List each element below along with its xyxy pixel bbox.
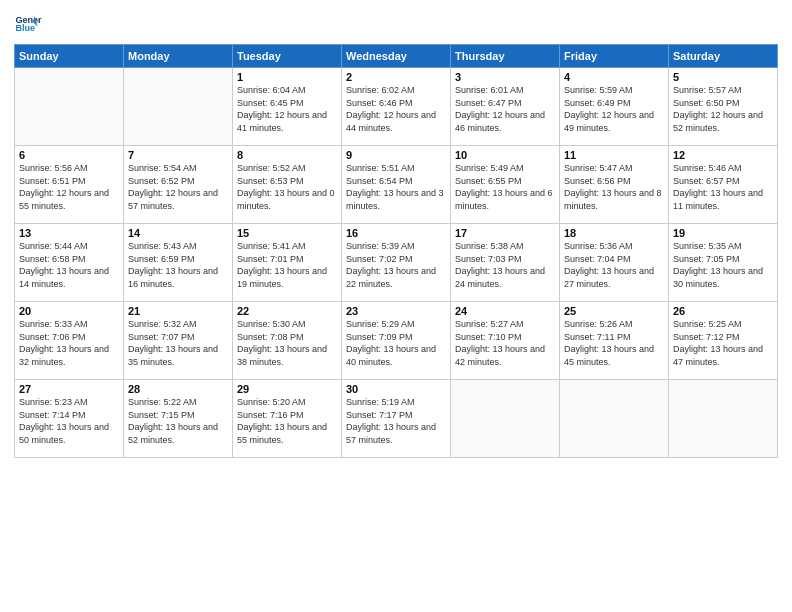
calendar-cell: 9Sunrise: 5:51 AMSunset: 6:54 PMDaylight… [342,146,451,224]
day-number: 21 [128,305,228,317]
day-number: 3 [455,71,555,83]
day-info: Sunrise: 6:01 AMSunset: 6:47 PMDaylight:… [455,84,555,134]
weekday-header-wednesday: Wednesday [342,45,451,68]
calendar-cell: 6Sunrise: 5:56 AMSunset: 6:51 PMDaylight… [15,146,124,224]
day-info: Sunrise: 5:57 AMSunset: 6:50 PMDaylight:… [673,84,773,134]
day-number: 26 [673,305,773,317]
day-number: 19 [673,227,773,239]
day-info: Sunrise: 5:41 AMSunset: 7:01 PMDaylight:… [237,240,337,290]
day-number: 22 [237,305,337,317]
day-info: Sunrise: 5:27 AMSunset: 7:10 PMDaylight:… [455,318,555,368]
day-info: Sunrise: 5:52 AMSunset: 6:53 PMDaylight:… [237,162,337,212]
day-number: 14 [128,227,228,239]
day-info: Sunrise: 5:35 AMSunset: 7:05 PMDaylight:… [673,240,773,290]
calendar-cell: 21Sunrise: 5:32 AMSunset: 7:07 PMDayligh… [124,302,233,380]
weekday-header-monday: Monday [124,45,233,68]
weekday-header-thursday: Thursday [451,45,560,68]
weekday-header-sunday: Sunday [15,45,124,68]
header-area: General Blue [14,10,778,38]
day-number: 25 [564,305,664,317]
calendar-page: General Blue SundayMondayTuesdayWednesda… [0,0,792,612]
calendar-cell [15,68,124,146]
calendar-cell: 20Sunrise: 5:33 AMSunset: 7:06 PMDayligh… [15,302,124,380]
day-info: Sunrise: 5:46 AMSunset: 6:57 PMDaylight:… [673,162,773,212]
week-row-1: 6Sunrise: 5:56 AMSunset: 6:51 PMDaylight… [15,146,778,224]
day-info: Sunrise: 6:04 AMSunset: 6:45 PMDaylight:… [237,84,337,134]
day-number: 15 [237,227,337,239]
calendar-cell [560,380,669,458]
calendar-cell: 4Sunrise: 5:59 AMSunset: 6:49 PMDaylight… [560,68,669,146]
day-number: 4 [564,71,664,83]
calendar-cell: 12Sunrise: 5:46 AMSunset: 6:57 PMDayligh… [669,146,778,224]
day-number: 23 [346,305,446,317]
day-number: 24 [455,305,555,317]
day-number: 17 [455,227,555,239]
day-info: Sunrise: 5:20 AMSunset: 7:16 PMDaylight:… [237,396,337,446]
day-number: 8 [237,149,337,161]
calendar-cell: 7Sunrise: 5:54 AMSunset: 6:52 PMDaylight… [124,146,233,224]
day-number: 27 [19,383,119,395]
day-number: 9 [346,149,446,161]
day-info: Sunrise: 5:51 AMSunset: 6:54 PMDaylight:… [346,162,446,212]
calendar-cell: 2Sunrise: 6:02 AMSunset: 6:46 PMDaylight… [342,68,451,146]
day-info: Sunrise: 6:02 AMSunset: 6:46 PMDaylight:… [346,84,446,134]
calendar-cell: 23Sunrise: 5:29 AMSunset: 7:09 PMDayligh… [342,302,451,380]
day-number: 10 [455,149,555,161]
day-number: 18 [564,227,664,239]
week-row-2: 13Sunrise: 5:44 AMSunset: 6:58 PMDayligh… [15,224,778,302]
calendar-cell [451,380,560,458]
calendar-cell: 28Sunrise: 5:22 AMSunset: 7:15 PMDayligh… [124,380,233,458]
calendar-table: SundayMondayTuesdayWednesdayThursdayFrid… [14,44,778,458]
day-info: Sunrise: 5:32 AMSunset: 7:07 PMDaylight:… [128,318,228,368]
day-number: 11 [564,149,664,161]
day-info: Sunrise: 5:36 AMSunset: 7:04 PMDaylight:… [564,240,664,290]
weekday-header-friday: Friday [560,45,669,68]
calendar-cell: 1Sunrise: 6:04 AMSunset: 6:45 PMDaylight… [233,68,342,146]
day-number: 20 [19,305,119,317]
calendar-cell: 14Sunrise: 5:43 AMSunset: 6:59 PMDayligh… [124,224,233,302]
day-info: Sunrise: 5:59 AMSunset: 6:49 PMDaylight:… [564,84,664,134]
calendar-cell: 19Sunrise: 5:35 AMSunset: 7:05 PMDayligh… [669,224,778,302]
calendar-cell: 11Sunrise: 5:47 AMSunset: 6:56 PMDayligh… [560,146,669,224]
day-number: 7 [128,149,228,161]
day-number: 2 [346,71,446,83]
day-number: 1 [237,71,337,83]
week-row-0: 1Sunrise: 6:04 AMSunset: 6:45 PMDaylight… [15,68,778,146]
day-info: Sunrise: 5:39 AMSunset: 7:02 PMDaylight:… [346,240,446,290]
day-info: Sunrise: 5:29 AMSunset: 7:09 PMDaylight:… [346,318,446,368]
logo: General Blue [14,10,42,38]
day-info: Sunrise: 5:49 AMSunset: 6:55 PMDaylight:… [455,162,555,212]
day-info: Sunrise: 5:30 AMSunset: 7:08 PMDaylight:… [237,318,337,368]
day-number: 28 [128,383,228,395]
calendar-cell [124,68,233,146]
day-number: 29 [237,383,337,395]
weekday-header-tuesday: Tuesday [233,45,342,68]
day-info: Sunrise: 5:26 AMSunset: 7:11 PMDaylight:… [564,318,664,368]
day-info: Sunrise: 5:56 AMSunset: 6:51 PMDaylight:… [19,162,119,212]
calendar-cell: 10Sunrise: 5:49 AMSunset: 6:55 PMDayligh… [451,146,560,224]
weekday-header-row: SundayMondayTuesdayWednesdayThursdayFrid… [15,45,778,68]
day-number: 6 [19,149,119,161]
calendar-cell: 24Sunrise: 5:27 AMSunset: 7:10 PMDayligh… [451,302,560,380]
calendar-cell: 17Sunrise: 5:38 AMSunset: 7:03 PMDayligh… [451,224,560,302]
week-row-4: 27Sunrise: 5:23 AMSunset: 7:14 PMDayligh… [15,380,778,458]
calendar-cell: 18Sunrise: 5:36 AMSunset: 7:04 PMDayligh… [560,224,669,302]
day-info: Sunrise: 5:33 AMSunset: 7:06 PMDaylight:… [19,318,119,368]
calendar-cell: 16Sunrise: 5:39 AMSunset: 7:02 PMDayligh… [342,224,451,302]
calendar-cell: 22Sunrise: 5:30 AMSunset: 7:08 PMDayligh… [233,302,342,380]
calendar-cell: 26Sunrise: 5:25 AMSunset: 7:12 PMDayligh… [669,302,778,380]
calendar-cell: 25Sunrise: 5:26 AMSunset: 7:11 PMDayligh… [560,302,669,380]
calendar-cell: 3Sunrise: 6:01 AMSunset: 6:47 PMDaylight… [451,68,560,146]
calendar-cell: 15Sunrise: 5:41 AMSunset: 7:01 PMDayligh… [233,224,342,302]
calendar-cell [669,380,778,458]
calendar-cell: 8Sunrise: 5:52 AMSunset: 6:53 PMDaylight… [233,146,342,224]
day-info: Sunrise: 5:25 AMSunset: 7:12 PMDaylight:… [673,318,773,368]
day-number: 13 [19,227,119,239]
day-number: 5 [673,71,773,83]
day-info: Sunrise: 5:22 AMSunset: 7:15 PMDaylight:… [128,396,228,446]
logo-icon: General Blue [14,10,42,38]
week-row-3: 20Sunrise: 5:33 AMSunset: 7:06 PMDayligh… [15,302,778,380]
day-info: Sunrise: 5:38 AMSunset: 7:03 PMDaylight:… [455,240,555,290]
day-info: Sunrise: 5:43 AMSunset: 6:59 PMDaylight:… [128,240,228,290]
day-number: 16 [346,227,446,239]
